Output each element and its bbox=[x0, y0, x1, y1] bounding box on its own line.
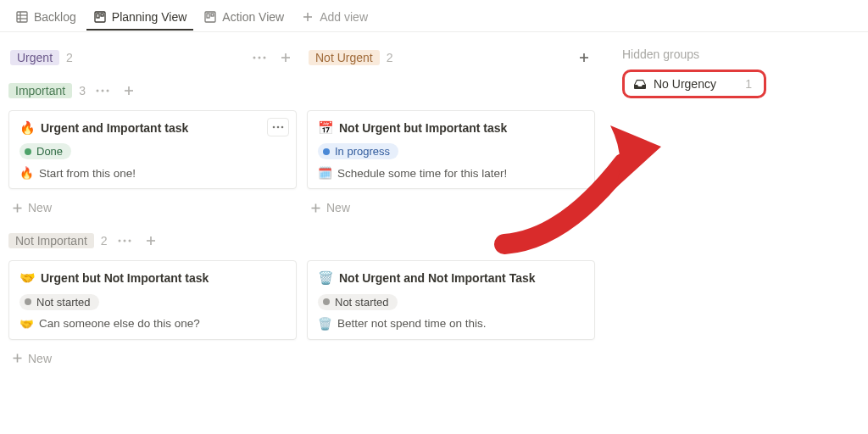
task-card[interactable]: 📅 Not Urgent but Important task In progr… bbox=[307, 110, 595, 189]
tab-label: Add view bbox=[320, 10, 368, 24]
svg-point-23 bbox=[277, 126, 280, 129]
card-description-text: Start from this one! bbox=[39, 167, 136, 180]
row-header-spacer bbox=[307, 78, 595, 103]
tab-planning[interactable]: Planning View bbox=[86, 5, 193, 31]
tab-label: Backlog bbox=[34, 10, 76, 24]
card-more-button[interactable] bbox=[267, 118, 289, 136]
hidden-group-no-urgency[interactable]: No Urgency 1 bbox=[622, 70, 766, 98]
calendar-icon: 🗓️ bbox=[318, 166, 332, 180]
handshake-icon: 🤝 bbox=[19, 317, 34, 331]
new-label: New bbox=[28, 201, 52, 214]
row-count: 3 bbox=[79, 84, 86, 97]
svg-point-27 bbox=[118, 240, 120, 242]
svg-point-24 bbox=[281, 126, 284, 129]
plus-icon bbox=[301, 10, 314, 24]
svg-point-19 bbox=[106, 90, 108, 92]
svg-point-17 bbox=[96, 90, 98, 92]
row-header-important: Important 3 bbox=[8, 78, 297, 103]
tab-backlog[interactable]: Backlog bbox=[8, 5, 83, 31]
hidden-group-label: No Urgency bbox=[654, 77, 716, 91]
tab-action[interactable]: Action View bbox=[197, 5, 291, 31]
svg-point-22 bbox=[273, 126, 275, 129]
more-icon[interactable] bbox=[249, 54, 270, 61]
view-tabs: Backlog Planning View Action View Add vi… bbox=[0, 0, 868, 32]
column-count: 2 bbox=[66, 51, 73, 64]
status-badge: Not started bbox=[318, 294, 398, 310]
column-header: Urgent 2 bbox=[8, 44, 297, 71]
row-title-pill[interactable]: Important bbox=[8, 83, 72, 98]
column-urgent: Urgent 2 Important 3 bbox=[8, 44, 297, 434]
row-header-spacer bbox=[307, 228, 595, 253]
tab-label: Action View bbox=[222, 10, 284, 24]
svg-rect-5 bbox=[97, 14, 99, 18]
svg-rect-9 bbox=[211, 14, 214, 16]
row-title-pill[interactable]: Not Important bbox=[8, 233, 94, 248]
svg-rect-0 bbox=[17, 12, 27, 22]
card-description: 🗓️ Schedule some time for this later! bbox=[318, 166, 584, 180]
board-icon bbox=[93, 10, 107, 24]
card-description-text: Schedule some time for this later! bbox=[337, 167, 507, 180]
new-card-button[interactable]: New bbox=[307, 194, 595, 221]
task-card[interactable]: 🗑️ Not Urgent and Not Important Task Not… bbox=[307, 260, 595, 339]
add-card-icon[interactable] bbox=[142, 233, 160, 248]
status-badge: Not started bbox=[19, 294, 99, 310]
fire-icon: 🔥 bbox=[19, 166, 34, 180]
column-not-urgent: Not Urgent 2 📅 Not Urgent but Important … bbox=[307, 44, 595, 434]
card-title: 📅 Not Urgent but Important task bbox=[318, 120, 584, 136]
svg-point-14 bbox=[264, 57, 266, 59]
card-description-text: Better not spend time on this. bbox=[337, 317, 487, 330]
new-label: New bbox=[28, 352, 52, 365]
svg-point-12 bbox=[253, 57, 256, 59]
more-icon[interactable] bbox=[114, 237, 135, 244]
card-title: 🔥 Urgent and Important task bbox=[19, 120, 286, 136]
tab-label: Planning View bbox=[112, 10, 186, 24]
new-label: New bbox=[326, 201, 350, 214]
column-header: Not Urgent 2 bbox=[307, 44, 595, 71]
tab-add-view[interactable]: Add view bbox=[294, 5, 375, 31]
card-title: 🗑️ Not Urgent and Not Important Task bbox=[318, 270, 584, 287]
svg-point-29 bbox=[128, 240, 131, 242]
svg-rect-6 bbox=[101, 14, 103, 16]
table-icon bbox=[15, 10, 29, 24]
svg-point-13 bbox=[259, 57, 261, 59]
card-title-text: Urgent and Important task bbox=[41, 120, 188, 136]
column-count: 2 bbox=[387, 51, 393, 64]
handshake-icon: 🤝 bbox=[19, 270, 36, 287]
status-badge: Done bbox=[19, 143, 71, 159]
row-count: 2 bbox=[101, 234, 108, 248]
inbox-icon bbox=[633, 78, 647, 90]
svg-point-28 bbox=[123, 240, 125, 242]
card-description-text: Can someone else do this one? bbox=[39, 317, 200, 330]
fire-icon: 🔥 bbox=[19, 120, 36, 136]
add-card-icon[interactable] bbox=[575, 50, 593, 65]
column-title-pill[interactable]: Not Urgent bbox=[309, 50, 380, 65]
hidden-group-count: 1 bbox=[745, 77, 755, 91]
trash-icon: 🗑️ bbox=[318, 317, 332, 331]
status-badge: In progress bbox=[318, 143, 398, 159]
board: Urgent 2 Important 3 bbox=[0, 32, 868, 434]
hidden-groups-header: Hidden groups bbox=[622, 47, 826, 61]
card-description: 🤝 Can someone else do this one? bbox=[19, 317, 286, 331]
card-title-text: Not Urgent and Not Important Task bbox=[339, 270, 536, 287]
calendar-icon: 📅 bbox=[318, 120, 334, 136]
board-icon bbox=[203, 10, 217, 24]
row-header-not-important: Not Important 2 bbox=[8, 228, 297, 253]
svg-point-18 bbox=[101, 90, 103, 92]
card-description: 🔥 Start from this one! bbox=[19, 166, 286, 180]
card-title-text: Not Urgent but Important task bbox=[339, 120, 507, 136]
more-icon[interactable] bbox=[92, 87, 113, 94]
task-card[interactable]: 🔥 Urgent and Important task Done 🔥 Start… bbox=[8, 110, 297, 189]
svg-rect-8 bbox=[207, 14, 209, 18]
card-title: 🤝 Urgent but Not Important task bbox=[19, 270, 286, 287]
add-card-icon[interactable] bbox=[120, 83, 138, 98]
add-card-icon[interactable] bbox=[276, 50, 295, 65]
card-description: 🗑️ Better not spend time on this. bbox=[318, 317, 584, 331]
trash-icon: 🗑️ bbox=[318, 270, 334, 287]
hidden-groups: Hidden groups No Urgency 1 bbox=[605, 44, 826, 434]
column-title-pill[interactable]: Urgent bbox=[10, 50, 59, 65]
new-card-button[interactable]: New bbox=[8, 194, 297, 221]
new-card-button[interactable]: New bbox=[8, 345, 297, 372]
card-title-text: Urgent but Not Important task bbox=[41, 270, 209, 287]
task-card[interactable]: 🤝 Urgent but Not Important task Not star… bbox=[8, 260, 297, 339]
